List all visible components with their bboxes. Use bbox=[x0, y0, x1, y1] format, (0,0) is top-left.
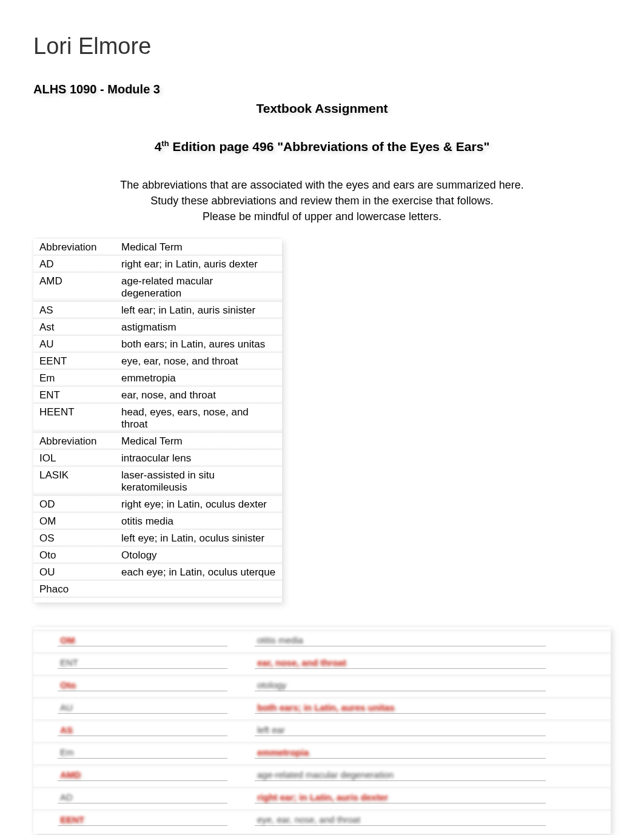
abbrev-cell: OU bbox=[33, 564, 115, 581]
exercise-blank-right[interactable]: otitis media bbox=[255, 633, 546, 646]
term-cell bbox=[115, 581, 282, 598]
abbrev-cell: Ast bbox=[33, 319, 115, 336]
exercise-blank-left[interactable]: ENT bbox=[58, 656, 227, 669]
edition-rest: Edition page 496 "Abbreviations of the E… bbox=[169, 139, 490, 153]
exercise-blank-left[interactable]: AS bbox=[58, 723, 227, 736]
term-cell: head, eyes, ears, nose, and throat bbox=[115, 404, 282, 433]
exercise-answer-left: Oto bbox=[60, 680, 76, 690]
exercise-blank-right[interactable]: age-related macular degeneration bbox=[255, 768, 546, 781]
abbrev-cell: OS bbox=[33, 530, 115, 547]
exercise-row: Ememmetropia bbox=[33, 742, 611, 760]
exercise-answer-right: eye, ear, nose, and throat bbox=[257, 814, 360, 825]
intro-line-2: Study these abbreviations and review the… bbox=[33, 193, 611, 209]
exercise-blank-left[interactable]: AMD bbox=[58, 768, 227, 781]
exercise-answer-left: Em bbox=[60, 747, 74, 757]
exercise-blank-left[interactable]: OM bbox=[58, 633, 227, 646]
exercise-blank-right[interactable]: emmetropia bbox=[255, 745, 546, 759]
table-row: IOLintraocular lens bbox=[33, 450, 282, 467]
term-cell: right eye; in Latin, oculus dexter bbox=[115, 496, 282, 513]
table-row: AUboth ears; in Latin, aures unitas bbox=[33, 336, 282, 353]
exercise-answer-right: otology bbox=[257, 680, 286, 690]
exercise-blank-right[interactable]: right ear; in Latin, auris dexter bbox=[255, 790, 546, 803]
exercise-answer-right: otitis media bbox=[257, 635, 303, 645]
exercise-blank-right[interactable]: eye, ear, nose, and throat bbox=[255, 813, 546, 826]
exercise-table: OMotitis mediaENTear, nose, and throatOt… bbox=[33, 629, 611, 831]
table-row: Ememmetropia bbox=[33, 370, 282, 387]
exercise-answer-right: emmetropia bbox=[257, 747, 309, 757]
exercise-blank-right[interactable]: ear, nose, and throat bbox=[255, 656, 546, 669]
abbrev-cell: IOL bbox=[33, 450, 115, 467]
exercise-right-cell: ear, nose, and throat bbox=[243, 652, 611, 671]
term-cell bbox=[115, 598, 282, 603]
term-cell: Medical Term bbox=[115, 433, 282, 450]
abbrev-cell bbox=[33, 598, 115, 603]
abbrev-cell: OM bbox=[33, 513, 115, 530]
exercise-left-cell: AD bbox=[33, 787, 243, 805]
exercise-left-cell: Oto bbox=[33, 675, 243, 693]
exercise-blank-right[interactable]: both ears; in Latin, aures unitas bbox=[255, 700, 546, 714]
table-row bbox=[33, 598, 282, 603]
abbrev-cell: Em bbox=[33, 370, 115, 387]
exercise-answer-right: ear, nose, and throat bbox=[257, 657, 346, 668]
exercise-row: AMDage-related macular degeneration bbox=[33, 765, 611, 783]
term-cell: astigmatism bbox=[115, 319, 282, 336]
exercise-right-cell: age-related macular degeneration bbox=[243, 765, 611, 783]
exercise-right-cell: eye, ear, nose, and throat bbox=[243, 810, 611, 828]
abbreviation-table: Abbreviation Medical Term ADright ear; i… bbox=[33, 239, 282, 603]
exercise-blank-left[interactable]: Em bbox=[58, 745, 227, 759]
abbrev-cell: AS bbox=[33, 302, 115, 319]
header-medical-term: Medical Term bbox=[115, 239, 282, 256]
exercise-answer-right: age-related macular degeneration bbox=[257, 770, 394, 780]
course-module: ALHS 1090 - Module 3 bbox=[33, 82, 611, 96]
exercise-answer-left: OM bbox=[60, 635, 75, 645]
intro-line-1: The abbreviations that are associated wi… bbox=[33, 177, 611, 193]
exercise-right-cell: otitis media bbox=[243, 630, 611, 648]
abbrev-cell: Oto bbox=[33, 547, 115, 564]
exercise-right-cell: otology bbox=[243, 675, 611, 693]
exercise-answer-left: AS bbox=[60, 725, 73, 735]
exercise-row: EENTeye, ear, nose, and throat bbox=[33, 810, 611, 828]
table-row: ODright eye; in Latin, oculus dexter bbox=[33, 496, 282, 513]
exercise-blank-left[interactable]: AU bbox=[58, 700, 227, 714]
exercise-blank-left[interactable]: Oto bbox=[58, 678, 227, 691]
exercise-blank-left[interactable]: EENT bbox=[58, 813, 227, 826]
exercise-blank-right[interactable]: otology bbox=[255, 678, 546, 691]
term-cell: left ear; in Latin, auris sinister bbox=[115, 302, 282, 319]
edition-suffix: th bbox=[161, 139, 169, 148]
term-cell: Otology bbox=[115, 547, 282, 564]
abbrev-cell: OD bbox=[33, 496, 115, 513]
abbrev-cell: AD bbox=[33, 256, 115, 273]
table-row: AMDage-related macular degeneration bbox=[33, 273, 282, 302]
table-row: ADright ear; in Latin, auris dexter bbox=[33, 256, 282, 273]
intro-text: The abbreviations that are associated wi… bbox=[33, 177, 611, 224]
term-cell: emmetropia bbox=[115, 370, 282, 387]
table-row: OSleft eye; in Latin, oculus sinister bbox=[33, 530, 282, 547]
abbrev-cell: Abbreviation bbox=[33, 433, 115, 450]
exercise-left-cell: AS bbox=[33, 720, 243, 738]
exercise-blank-left[interactable]: AD bbox=[58, 790, 227, 803]
table-row: Astastigmatism bbox=[33, 319, 282, 336]
table-row: ENTear, nose, and throat bbox=[33, 387, 282, 404]
exercise-row: ASleft ear bbox=[33, 720, 611, 738]
abbrev-cell: Phaco bbox=[33, 581, 115, 598]
abbrev-cell: AMD bbox=[33, 273, 115, 302]
table-row: Phaco bbox=[33, 581, 282, 598]
exercise-left-cell: OM bbox=[33, 630, 243, 648]
edition-prefix: 4 bbox=[155, 139, 162, 153]
term-cell: intraocular lens bbox=[115, 450, 282, 467]
exercise-answer-right: right ear; in Latin, auris dexter bbox=[257, 792, 388, 802]
term-cell: laser-assisted in situ keratomileusis bbox=[115, 467, 282, 496]
exercise-blank-right[interactable]: left ear bbox=[255, 723, 546, 736]
abbrev-cell: ENT bbox=[33, 387, 115, 404]
table-row: EENTeye, ear, nose, and throat bbox=[33, 353, 282, 370]
exercise-left-cell: AU bbox=[33, 697, 243, 716]
exercise-row: ADright ear; in Latin, auris dexter bbox=[33, 787, 611, 805]
term-cell: left eye; in Latin, oculus sinister bbox=[115, 530, 282, 547]
table-header-row: Abbreviation Medical Term bbox=[33, 239, 282, 256]
exercise-answer-right: both ears; in Latin, aures unitas bbox=[257, 702, 395, 713]
exercise-left-cell: ENT bbox=[33, 652, 243, 671]
term-cell: both ears; in Latin, aures unitas bbox=[115, 336, 282, 353]
table-row: AbbreviationMedical Term bbox=[33, 433, 282, 450]
exercise-right-cell: left ear bbox=[243, 720, 611, 738]
exercise-answer-left: AD bbox=[60, 792, 73, 802]
